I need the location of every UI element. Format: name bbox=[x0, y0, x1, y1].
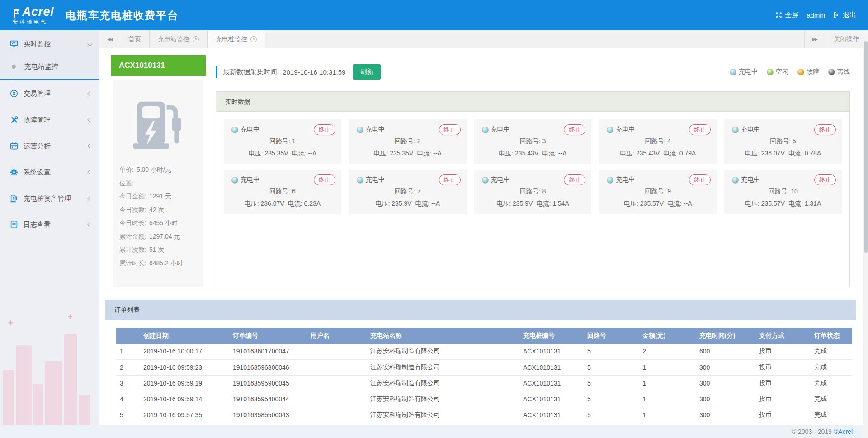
terminate-button[interactable]: 终止 bbox=[314, 174, 335, 185]
double-left-arrow-icon: ◀◀ bbox=[108, 37, 112, 42]
table-row[interactable]: 32019-10-16 09:59:191910163595900045江苏安科… bbox=[116, 375, 852, 391]
voltage-current: 电压: 235.9V电流: 1.54A bbox=[474, 200, 592, 208]
tab-close-icon[interactable]: × bbox=[193, 36, 199, 42]
main-content: ACX1010131 bbox=[99, 48, 868, 425]
sidebar-group-realtime: 实时监控 充电站监控 bbox=[0, 30, 99, 80]
terminate-button[interactable]: 终止 bbox=[439, 124, 461, 135]
sidebar-subitem-label: 充电站监控 bbox=[24, 62, 58, 71]
logout-button[interactable]: 退出 bbox=[833, 11, 856, 19]
sidebar-item-analytics[interactable]: 运营分析 bbox=[0, 133, 99, 159]
sparkle-icon: ✚ bbox=[8, 320, 13, 326]
circuit-card: 充电中终止 回路号: 4 电压: 235.43V电流: 0.79A bbox=[599, 119, 717, 164]
stat-total-amount: 累计金额:1297.04 元 bbox=[119, 230, 203, 244]
terminate-button[interactable]: 终止 bbox=[814, 124, 836, 135]
voltage-current: 电压: 235.43V电流: --A bbox=[474, 150, 592, 158]
circuit-number: 回路号: 9 bbox=[599, 188, 717, 196]
refresh-button[interactable]: 刷新 bbox=[353, 64, 381, 80]
charging-status-icon bbox=[482, 127, 489, 133]
sidebar-item-label: 运营分析 bbox=[24, 142, 51, 151]
tab-home[interactable]: 首页 bbox=[120, 30, 150, 48]
legend-offline: 离线 bbox=[828, 68, 850, 76]
sidebar-item-transactions[interactable]: 交易管理 bbox=[0, 80, 99, 107]
chevron-left-icon bbox=[87, 222, 92, 227]
sidebar-item-pile-assets[interactable]: 充电桩资产管理 bbox=[0, 185, 99, 212]
table-row[interactable]: 42019-10-16 09:59:141910163595400044江苏安科… bbox=[116, 391, 852, 407]
charging-status-icon bbox=[231, 177, 238, 184]
col-order-no: 订单编号 bbox=[229, 328, 307, 344]
circuit-number: 回路号: 10 bbox=[724, 188, 842, 196]
offline-status-icon bbox=[828, 69, 835, 75]
circuit-number: 回路号: 7 bbox=[349, 188, 467, 196]
col-station-name: 充电站名称 bbox=[367, 328, 519, 344]
col-pay-method: 支付方式 bbox=[755, 328, 811, 344]
status-legend: 充电中 空闲 故障 离线 bbox=[730, 68, 850, 76]
table-row[interactable]: 52019-10-16 09:57:351910163585500043江苏安科… bbox=[116, 407, 852, 423]
legend-fault: 故障 bbox=[797, 68, 819, 76]
fullscreen-label: 全屏 bbox=[785, 11, 798, 19]
footer-brand-link[interactable]: ©Acrel bbox=[834, 428, 853, 435]
tabs-scroll-left-button[interactable]: ◀◀ bbox=[99, 30, 120, 48]
col-order-status: 订单状态 bbox=[811, 328, 852, 344]
circuit-number: 回路号: 1 bbox=[224, 137, 341, 146]
sidebar-item-settings[interactable]: 系统设置 bbox=[0, 159, 99, 185]
logout-label: 退出 bbox=[843, 11, 856, 19]
refresh-row: 最新数据采集时间: 2019-10-16 10:31:59 刷新 充电中 空闲 … bbox=[216, 62, 850, 82]
chevron-down-icon bbox=[87, 41, 92, 46]
decorative-skyline: ✚ ✚ bbox=[0, 316, 95, 438]
sidebar-item-label: 交易管理 bbox=[24, 89, 51, 98]
terminate-button[interactable]: 终止 bbox=[689, 174, 711, 185]
scrollbar-thumb[interactable] bbox=[864, 41, 868, 253]
circuit-card: 充电中终止 回路号: 9 电压: 235.57V电流: --A bbox=[599, 170, 717, 214]
orders-table: 创建日期 订单编号 用户名 充电站名称 充电桩编号 回路号 金额(元) 充电时间… bbox=[116, 328, 852, 423]
stat-total-count: 累计次数:51 次 bbox=[119, 243, 203, 257]
voltage-current: 电压: 235.35V电流: --A bbox=[349, 150, 467, 158]
brand-name: Acrel bbox=[22, 6, 54, 18]
sidebar-item-logs[interactable]: 日志查看 bbox=[0, 212, 99, 238]
tabs-scroll-right-button[interactable]: ▶▶ bbox=[804, 30, 825, 48]
tab-station-monitor[interactable]: 充电站监控 × bbox=[150, 30, 208, 48]
tab-pile-monitor[interactable]: 充电桩监控 × bbox=[208, 30, 265, 48]
table-row[interactable]: 22019-10-16 09:59:231910163596300046江苏安科… bbox=[116, 359, 852, 375]
terminate-button[interactable]: 终止 bbox=[564, 124, 585, 135]
idle-status-icon bbox=[767, 69, 774, 75]
terminate-button[interactable]: 终止 bbox=[814, 174, 836, 185]
charging-status-icon bbox=[607, 177, 613, 184]
tab-label: 首页 bbox=[128, 35, 141, 43]
terminate-button[interactable]: 终止 bbox=[314, 124, 335, 135]
circuit-card: 充电中终止 回路号: 3 电压: 235.43V电流: --A bbox=[474, 119, 592, 164]
stat-total-duration: 累计时长:6485.2 小时 bbox=[119, 257, 203, 270]
chevron-left-icon bbox=[87, 143, 92, 148]
circuit-card: 充电中终止 回路号: 5 电压: 236.07V电流: 0.78A bbox=[724, 119, 842, 164]
close-operations-menu[interactable]: 关闭操作 bbox=[825, 30, 868, 48]
sidebar-item-faults[interactable]: 故障管理 bbox=[0, 107, 99, 133]
col-create-date: 创建日期 bbox=[140, 328, 229, 344]
fault-status-icon bbox=[797, 69, 804, 75]
fullscreen-button[interactable]: 全屏 bbox=[775, 11, 798, 19]
terminate-button[interactable]: 终止 bbox=[439, 174, 461, 185]
voltage-current: 电压: 235.43V电流: 0.79A bbox=[599, 150, 717, 158]
circuit-card-grid: 充电中终止 回路号: 1 电压: 235.35V电流: --A 充电中终止 回路… bbox=[216, 112, 849, 221]
logout-icon bbox=[833, 12, 840, 19]
sidebar-item-realtime-monitor[interactable]: 实时监控 bbox=[0, 33, 99, 55]
charging-status-icon bbox=[732, 177, 739, 184]
app-header: Acrel 安科瑞电气 电瓶车充电桩收费平台 全屏 admin 退出 bbox=[0, 0, 868, 30]
charging-status-icon bbox=[357, 127, 363, 133]
circuit-card: 充电中终止 回路号: 1 电压: 235.35V电流: --A bbox=[224, 119, 341, 164]
voltage-current: 电压: 236.07V电流: 0.78A bbox=[724, 150, 842, 158]
stat-today-amount: 今日金额:1291 元 bbox=[119, 190, 203, 203]
close-operations-label: 关闭操作 bbox=[834, 35, 859, 43]
current-user[interactable]: admin bbox=[807, 11, 825, 19]
charging-status-icon bbox=[732, 127, 739, 133]
col-pile-no: 充电桩编号 bbox=[519, 328, 584, 344]
tab-close-icon[interactable]: × bbox=[250, 36, 257, 42]
voltage-current: 电压: 235.9V电流: --A bbox=[349, 200, 467, 208]
sidebar-item-label: 充电桩资产管理 bbox=[24, 194, 71, 203]
acrel-logo-icon bbox=[13, 9, 21, 18]
terminate-button[interactable]: 终止 bbox=[689, 124, 711, 135]
vertical-scrollbar[interactable] bbox=[863, 30, 868, 438]
terminate-button[interactable]: 终止 bbox=[564, 174, 585, 185]
circuit-number: 回路号: 6 bbox=[224, 188, 341, 196]
realtime-data-panel: 实时数据 充电中终止 回路号: 1 电压: 235.35V电流: --A 充电中… bbox=[216, 91, 850, 287]
sidebar-item-station-monitor[interactable]: 充电站监控 bbox=[0, 55, 99, 78]
table-row[interactable]: 12019-10-16 10:00:171910163601700047江苏安科… bbox=[116, 344, 852, 359]
